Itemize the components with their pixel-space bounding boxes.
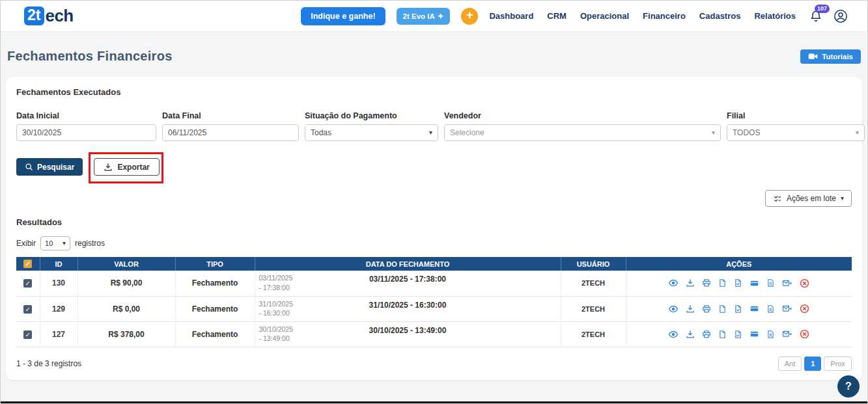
cancel-icon[interactable] bbox=[800, 278, 809, 288]
cell-data-small: 30/10/2025- 13:49:00 bbox=[259, 325, 294, 343]
header-acoes: AÇÕES bbox=[626, 257, 852, 271]
bulk-actions-row: Ações em lote bbox=[16, 190, 852, 207]
nav-link-financeiro[interactable]: Financeiro bbox=[643, 11, 686, 21]
vendedor-label: Vendedor bbox=[444, 111, 721, 120]
help-button[interactable]: ? bbox=[837, 375, 860, 397]
download-icon[interactable] bbox=[686, 330, 695, 339]
vendedor-select[interactable]: Selecione bbox=[444, 124, 721, 141]
evo-ia-button[interactable]: 2t Evo IA ✦ bbox=[397, 8, 451, 25]
navbar-right-cluster: Indique e ganhe! 2t Evo IA ✦ Dashboard C… bbox=[301, 7, 848, 25]
nav-link-crm[interactable]: CRM bbox=[547, 11, 567, 21]
nav-link-operacional[interactable]: Operacional bbox=[580, 11, 629, 21]
nav-link-relatorios[interactable]: Relatórios bbox=[754, 11, 796, 21]
notifications-bell-icon[interactable]: 107 bbox=[809, 10, 822, 23]
cell-id: 127 bbox=[40, 321, 77, 347]
cancel-icon[interactable] bbox=[800, 304, 809, 314]
page-title: Fechamentos Financeiros bbox=[7, 49, 173, 64]
data-final-label: Data Final bbox=[162, 111, 299, 120]
section-title-resultados: Resultados bbox=[16, 217, 852, 227]
page-size-select[interactable]: 10 bbox=[40, 236, 70, 250]
view-icon[interactable] bbox=[668, 329, 679, 340]
vendedor-placeholder: Selecione bbox=[450, 128, 484, 137]
user-circle-icon bbox=[833, 9, 848, 23]
cell-id: 129 bbox=[40, 296, 77, 321]
print-icon[interactable] bbox=[702, 330, 711, 339]
cell-valor: R$ 0,00 bbox=[77, 296, 175, 321]
select-all-checkbox[interactable] bbox=[23, 260, 32, 268]
chevron-down-icon bbox=[429, 129, 432, 136]
pagination-prev-button[interactable]: Ant bbox=[778, 357, 802, 371]
nav-link-cadastros[interactable]: Cadastros bbox=[699, 11, 741, 21]
file-icon[interactable] bbox=[718, 278, 727, 288]
mail-forward-icon[interactable] bbox=[782, 279, 792, 288]
card-icon[interactable] bbox=[749, 304, 759, 313]
cell-tipo: Fechamento bbox=[175, 296, 255, 321]
indique-e-ganhe-button[interactable]: Indique e ganhe! bbox=[301, 7, 385, 25]
print-icon[interactable] bbox=[702, 304, 711, 314]
cell-usuario: 2TECH bbox=[561, 296, 626, 321]
pagination-page-1-button[interactable]: 1 bbox=[804, 357, 821, 371]
view-icon[interactable] bbox=[668, 304, 679, 314]
download-icon[interactable] bbox=[686, 304, 695, 314]
chevron-down-icon bbox=[856, 129, 859, 136]
page-header: Fechamentos Financeiros Tutoriais bbox=[6, 32, 862, 64]
file-icon[interactable] bbox=[718, 304, 727, 314]
page-background: Fechamentos Financeiros Tutoriais Fecham… bbox=[1, 32, 867, 403]
file-check-icon[interactable] bbox=[734, 278, 742, 288]
cell-acoes bbox=[626, 296, 852, 321]
header-valor[interactable]: VALOR bbox=[77, 257, 175, 271]
main-navigation: Dashboard CRM Operacional Financeiro Cad… bbox=[489, 11, 796, 21]
file-check-icon[interactable] bbox=[734, 330, 742, 339]
card-icon[interactable] bbox=[749, 330, 759, 338]
quick-add-icon[interactable] bbox=[461, 8, 478, 25]
pagination-next-button[interactable]: Prox bbox=[824, 357, 852, 371]
print-icon[interactable] bbox=[702, 278, 711, 288]
table-row: 127 R$ 378,00 Fechamento 30/10/2025- 13:… bbox=[16, 321, 852, 347]
file-check-icon[interactable] bbox=[734, 304, 742, 314]
cell-valor: R$ 378,00 bbox=[77, 321, 175, 347]
row-checkbox[interactable] bbox=[23, 330, 32, 339]
exibir-label: Exibir bbox=[16, 239, 36, 248]
exportar-wrapper: Exportar bbox=[94, 158, 159, 176]
data-inicial-value: 30/10/2025 bbox=[22, 128, 61, 137]
acoes-em-lote-button[interactable]: Ações em lote bbox=[765, 190, 852, 207]
tutoriais-button[interactable]: Tutoriais bbox=[800, 49, 861, 64]
row-actions bbox=[626, 278, 852, 288]
mail-forward-icon[interactable] bbox=[782, 304, 792, 313]
filial-select[interactable]: TODOS bbox=[727, 124, 865, 141]
row-checkbox[interactable] bbox=[23, 279, 32, 288]
exportar-button[interactable]: Exportar bbox=[94, 158, 159, 176]
data-final-input[interactable]: 06/11/2025 bbox=[162, 124, 299, 141]
pesquisar-button[interactable]: Pesquisar bbox=[16, 158, 83, 176]
download-icon[interactable] bbox=[686, 278, 695, 288]
header-id[interactable]: ID bbox=[40, 257, 77, 271]
file-user-icon[interactable] bbox=[766, 278, 775, 288]
cancel-icon[interactable] bbox=[800, 329, 809, 339]
brand-logo-badge: 2t bbox=[24, 7, 44, 25]
mail-forward-icon[interactable] bbox=[782, 330, 792, 338]
filters-row: Data Inicial 30/10/2025 Data Final 06/11… bbox=[16, 111, 852, 141]
section-title-fechamentos-executados: Fechamentos Executados bbox=[16, 87, 852, 97]
row-actions bbox=[626, 329, 852, 340]
brand-logo[interactable]: 2t ech bbox=[24, 6, 74, 26]
nav-link-dashboard[interactable]: Dashboard bbox=[489, 11, 533, 21]
profile-icon[interactable] bbox=[833, 9, 848, 23]
exportar-label: Exportar bbox=[117, 163, 149, 172]
file-user-icon[interactable] bbox=[766, 330, 775, 339]
row-checkbox[interactable] bbox=[23, 305, 32, 314]
header-tipo[interactable]: TIPO bbox=[175, 257, 255, 271]
records-summary: 1 - 3 de 3 registros bbox=[16, 359, 81, 368]
situacao-select[interactable]: Todas bbox=[305, 124, 438, 141]
data-final-value: 06/11/2025 bbox=[168, 128, 206, 137]
card-icon[interactable] bbox=[749, 279, 759, 288]
file-icon[interactable] bbox=[718, 330, 727, 339]
header-usuario[interactable]: USUÁRIO bbox=[561, 257, 626, 271]
view-icon[interactable] bbox=[668, 278, 679, 288]
window-bottom-edge bbox=[1, 401, 867, 403]
file-user-icon[interactable] bbox=[766, 304, 775, 314]
header-data-fechamento[interactable]: DATA DO FECHAMENTO bbox=[255, 257, 561, 271]
chevron-down-icon bbox=[63, 240, 66, 247]
data-inicial-input[interactable]: 30/10/2025 bbox=[16, 124, 156, 141]
data-inicial-label: Data Inicial bbox=[16, 111, 156, 120]
cell-data-main: 30/10/2025 - 13:49:00 bbox=[255, 326, 561, 335]
